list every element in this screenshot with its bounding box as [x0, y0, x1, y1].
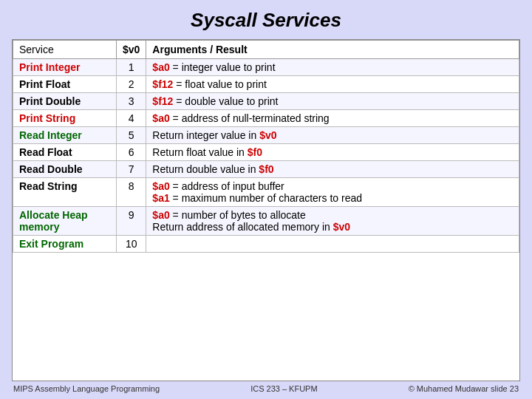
footer-right: © Muhamed Mudawar slide 23 [409, 384, 519, 393]
cell-v0: 1 [117, 59, 146, 76]
cell-args: $a0 = address of null-terminated string [146, 110, 519, 127]
cell-args: $f12 = double value to print [146, 93, 519, 110]
cell-v0: 9 [117, 207, 146, 236]
table-row: Print String4$a0 = address of null-termi… [13, 110, 519, 127]
header-v0: $v0 [117, 41, 146, 59]
table-row: Print Double3$f12 = double value to prin… [13, 93, 519, 110]
table-row: Read Double7Return double value in $f0 [13, 161, 519, 178]
header-service: Service [13, 41, 117, 59]
footer: MIPS Assembly Language Programming ICS 2… [12, 384, 520, 393]
cell-v0: 6 [117, 144, 146, 161]
cell-service: Print String [13, 110, 117, 127]
table-row: Exit Program10 [13, 236, 519, 253]
cell-args: Return integer value in $v0 [146, 127, 519, 144]
cell-args: $a0 = number of bytes to allocateReturn … [146, 207, 519, 236]
page: Syscall Services Service $v0 Arguments /… [0, 0, 532, 399]
table-row: Read String8$a0 = address of input buffe… [13, 178, 519, 207]
table-wrapper: Service $v0 Arguments / Result Print Int… [12, 39, 520, 381]
cell-service: Print Integer [13, 59, 117, 76]
cell-v0: 10 [117, 236, 146, 253]
cell-service: Print Double [13, 93, 117, 110]
cell-v0: 5 [117, 127, 146, 144]
page-title: Syscall Services [12, 9, 520, 32]
cell-args: $f12 = float value to print [146, 76, 519, 93]
cell-v0: 2 [117, 76, 146, 93]
syscall-table: Service $v0 Arguments / Result Print Int… [13, 40, 519, 253]
cell-service: Read Double [13, 161, 117, 178]
cell-service: Read Integer [13, 127, 117, 144]
table-row: Read Integer5Return integer value in $v0 [13, 127, 519, 144]
cell-args: Return float value in $f0 [146, 144, 519, 161]
cell-args: $a0 = address of input buffer$a1 = maxim… [146, 178, 519, 207]
cell-args: Return double value in $f0 [146, 161, 519, 178]
table-row: Read Float6Return float value in $f0 [13, 144, 519, 161]
table-row: Print Integer1$a0 = integer value to pri… [13, 59, 519, 76]
table-header-row: Service $v0 Arguments / Result [13, 41, 519, 59]
cell-v0: 3 [117, 93, 146, 110]
cell-service: Allocate Heap memory [13, 207, 117, 236]
cell-service: Print Float [13, 76, 117, 93]
cell-args [146, 236, 519, 253]
cell-v0: 4 [117, 110, 146, 127]
cell-service: Exit Program [13, 236, 117, 253]
table-row: Print Float2$f12 = float value to print [13, 76, 519, 93]
table-body: Print Integer1$a0 = integer value to pri… [13, 59, 519, 253]
cell-v0: 8 [117, 178, 146, 207]
cell-args: $a0 = integer value to print [146, 59, 519, 76]
table-row: Allocate Heap memory9$a0 = number of byt… [13, 207, 519, 236]
footer-left: MIPS Assembly Language Programming [13, 384, 160, 393]
cell-v0: 7 [117, 161, 146, 178]
cell-service: Read Float [13, 144, 117, 161]
footer-center: ICS 233 – KFUPM [250, 384, 317, 393]
header-args: Arguments / Result [146, 41, 519, 59]
cell-service: Read String [13, 178, 117, 207]
